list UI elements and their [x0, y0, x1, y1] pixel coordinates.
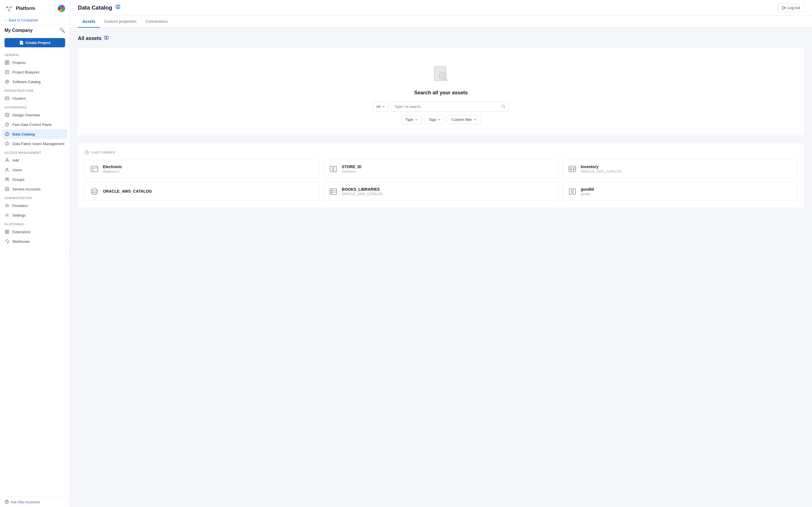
software-catalog-label: Software Catalog [12, 80, 41, 84]
asset-card-electronic[interactable]: Electronic database-1 [85, 160, 319, 178]
create-project-icon: 📄 [19, 41, 24, 45]
settings-icon [4, 213, 10, 218]
globe-icon[interactable] [58, 5, 65, 12]
top-bar: Data Catalog Log out [70, 0, 812, 16]
sidebar-item-service-accounts[interactable]: Service Accounts [0, 184, 70, 194]
sidebar-item-project-blueprint[interactable]: Project Blueprint [0, 67, 70, 77]
section-admin-label: ADMINISTRATION [0, 194, 70, 201]
top-bar-left: Data Catalog [78, 4, 121, 11]
book-icon [115, 4, 121, 11]
sidebar-item-design-overview[interactable]: Design Overview [0, 110, 70, 120]
sidebar-item-software-catalog[interactable]: Software Catalog [0, 77, 70, 87]
sidebar-item-data-catalog[interactable]: Data Catalog [2, 129, 67, 139]
tab-custom-properties[interactable]: Custom properties [100, 16, 141, 27]
cluster-icon [4, 96, 10, 101]
providers-icon [4, 203, 10, 208]
blueprint-icon [4, 69, 10, 75]
svg-rect-9 [5, 63, 7, 64]
svg-rect-8 [7, 61, 9, 62]
data-fabric-icon [4, 141, 10, 146]
columns-icon [328, 164, 338, 174]
books-table-icon [328, 186, 338, 196]
company-row: My Company 🔍 [0, 25, 70, 36]
asset-info-store-id: STORE_ID Inventory [342, 165, 361, 173]
asset-name-store-id: STORE_ID [342, 165, 361, 169]
search-type-dropdown[interactable]: All [373, 102, 389, 112]
mia-logo-icon [4, 4, 13, 13]
svg-rect-62 [573, 189, 575, 194]
asset-sub-store-id: Inventory [342, 170, 361, 173]
goodid-columns-icon [567, 186, 577, 196]
main-content: Data Catalog Log out Assets Custom prope… [70, 0, 812, 507]
asset-sub-inventory: ORACLE_AWS_CATALOG [581, 170, 622, 173]
sidebar-item-projects[interactable]: Projects [0, 58, 70, 67]
back-to-companies[interactable]: ← Back to Companies [0, 16, 70, 25]
sidebar-item-webhooks[interactable]: Webhooks [0, 237, 70, 246]
sidebar-item-extensions[interactable]: Extensions [0, 227, 70, 237]
table-icon [89, 164, 100, 174]
search-section: Search all your assets All Type Tags [78, 48, 804, 135]
section-header: All assets [78, 36, 804, 41]
last-viewed-section: LAST VIEWED Electronic database-1 [78, 144, 804, 208]
asset-card-oracle[interactable]: ORACLE_AWS_CATALOG [85, 182, 319, 201]
service-accounts-label: Service Accounts [12, 187, 41, 191]
sidebar-item-groups[interactable]: Groups [0, 175, 70, 184]
company-name: My Company [4, 28, 33, 33]
search-input[interactable] [395, 105, 501, 109]
sidebar-item-clusters[interactable]: Clusters [0, 94, 70, 103]
asset-info-oracle: ORACLE_AWS_CATALOG [103, 189, 152, 194]
tabs-bar: Assets Custom properties Connections [70, 16, 812, 27]
create-project-label: Create Project [26, 41, 50, 45]
section-infrastructure-label: INFRASTRUCTURE [0, 87, 70, 94]
asset-card-inventory[interactable]: Inventory ORACLE_AWS_CATALOG [562, 160, 797, 178]
projects-label: Projects [12, 61, 26, 65]
sidebar-item-fast-data[interactable]: Fast Data Control Plane [0, 120, 70, 129]
sidebar-item-providers[interactable]: Providers [0, 201, 70, 210]
software-icon [4, 79, 10, 84]
sidebar-item-iam[interactable]: IAM [0, 156, 70, 165]
sidebar-item-data-fabric[interactable]: Data Fabric Users Management [0, 139, 70, 149]
fast-data-icon [4, 122, 10, 127]
extensions-label: Extensions [12, 230, 31, 234]
search-input-wrap[interactable] [391, 101, 509, 112]
search-icon[interactable]: 🔍 [59, 27, 65, 33]
service-accounts-icon [4, 186, 10, 191]
svg-rect-10 [7, 63, 9, 64]
section-general-label: GENERAL [0, 51, 70, 58]
type-filter-button[interactable]: Type [401, 115, 422, 124]
svg-point-28 [7, 178, 9, 179]
svg-rect-57 [330, 189, 337, 194]
users-label: Users [12, 168, 22, 172]
asset-card-store-id[interactable]: STORE_ID Inventory [323, 160, 558, 178]
extensions-icon [4, 229, 10, 234]
webhooks-icon [4, 239, 10, 244]
svg-rect-61 [569, 189, 572, 194]
asset-card-goodid[interactable]: goodId goods [562, 182, 797, 201]
page-title: Data Catalog [78, 4, 112, 11]
asset-name-goodid: goodId [581, 187, 594, 191]
search-heading: Search all your assets [414, 90, 468, 96]
tags-filter-button[interactable]: Tags [424, 115, 445, 124]
clusters-label: Clusters [12, 96, 26, 101]
asset-card-books[interactable]: BOOKS_LIBRARIES ORACLE_AWS_CATALOG [323, 182, 558, 201]
svg-rect-17 [5, 97, 9, 100]
custom-filter-button[interactable]: Custom filter [447, 115, 481, 124]
sidebar-item-settings[interactable]: Settings [0, 210, 70, 220]
svg-rect-50 [334, 166, 336, 172]
section-platforge-label: PLATFORGE [0, 220, 70, 227]
settings-label: Settings [12, 213, 26, 217]
logout-button[interactable]: Log out [778, 3, 804, 12]
create-project-button[interactable]: 📄 Create Project [4, 38, 65, 47]
ask-mia-button[interactable]: Ask Mia-Assistant [4, 500, 65, 504]
section-governance-label: GOVERNANCE [0, 103, 70, 110]
content-area: All assets Search all your assets All [70, 27, 812, 507]
sidebar-item-users[interactable]: Users [0, 165, 70, 175]
svg-rect-49 [330, 166, 333, 172]
project-blueprint-label: Project Blueprint [12, 70, 39, 74]
svg-rect-7 [5, 61, 7, 62]
asset-info-goodid: goodId goods [581, 187, 594, 196]
svg-rect-35 [7, 232, 9, 233]
design-overview-label: Design Overview [12, 113, 40, 117]
tab-assets[interactable]: Assets [78, 16, 100, 27]
tab-connections[interactable]: Connections [141, 16, 172, 27]
